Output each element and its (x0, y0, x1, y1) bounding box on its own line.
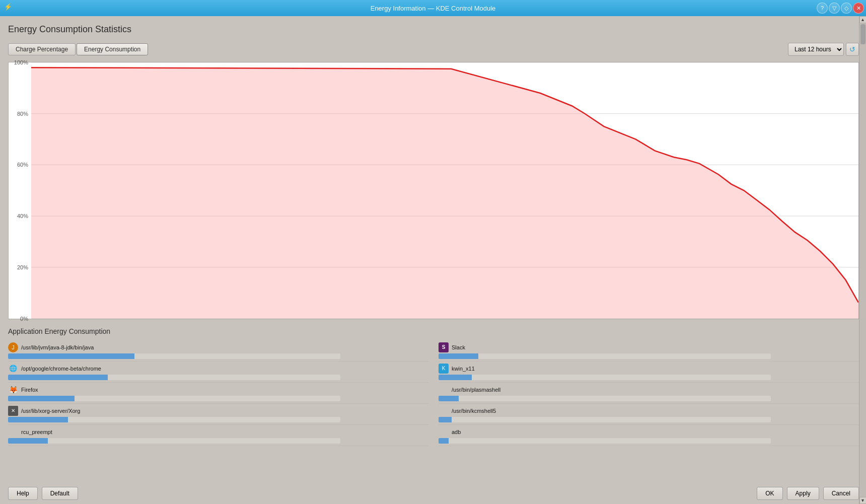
tab-energy-consumption[interactable]: Energy Consumption (77, 43, 148, 55)
chart-area (31, 62, 858, 319)
kwin-icon: K (439, 364, 449, 374)
y-label-0: 0% (20, 316, 28, 322)
minimize-button[interactable]: ▽ (829, 3, 840, 14)
bottom-left-buttons: Help Default (8, 487, 78, 500)
time-selector: Last 12 hours Last 24 hours Last week ↺ (788, 43, 859, 56)
cancel-button[interactable]: Cancel (823, 487, 859, 500)
plasma-icon (439, 385, 449, 395)
plasma-name: /usr/bin/plasmashell (452, 387, 500, 393)
firefox-name: Firefox (21, 387, 38, 393)
maximize-button[interactable]: ◇ (841, 3, 852, 14)
kwin-name: kwin_x11 (452, 366, 475, 372)
adb-bar-track (439, 438, 771, 444)
chart-svg (31, 62, 858, 319)
y-label-60: 60% (17, 162, 28, 168)
java-bar-track (8, 353, 340, 359)
help-bottom-button[interactable]: Help (8, 487, 38, 500)
bottom-right-buttons: OK Apply Cancel (757, 487, 859, 500)
y-axis: 100% 80% 60% 40% 20% 0% (9, 62, 31, 319)
app-item-kcmshell5: /usr/bin/kcmshell5 (439, 404, 859, 425)
chrome-bar-track (8, 375, 340, 380)
slack-icon: S (439, 342, 449, 352)
app-item-plasmashell: /usr/bin/plasmashell (439, 383, 859, 404)
close-button[interactable]: ✕ (853, 3, 864, 14)
chrome-icon: 🌐 (8, 364, 18, 374)
app-item-kwin: K kwin_x11 (439, 362, 859, 383)
y-label-40: 40% (17, 213, 28, 219)
scroll-thumb[interactable] (860, 24, 865, 44)
scroll-track (859, 23, 866, 497)
xorg-name: /usr/lib/xorg-server/Xorg (21, 408, 80, 414)
app-icon: ⚡ (4, 3, 14, 13)
java-name: /usr/lib/jvm/java-8-jdk/bin/java (21, 344, 94, 350)
rcu-name: rcu_preempt (21, 429, 52, 435)
adb-bar (439, 438, 449, 444)
app-item-rcu: rcu_preempt (8, 425, 428, 446)
titlebar: ⚡ Energy Information — KDE Control Modul… (0, 0, 866, 16)
window-controls: ? ▽ ◇ ✕ (817, 3, 864, 14)
app-item-firefox: 🦊 Firefox (8, 383, 428, 404)
rcu-icon (8, 427, 18, 437)
adb-name: adb (452, 429, 461, 435)
kwin-bar (439, 375, 472, 380)
app-item-xorg: ✕ /usr/lib/xorg-server/Xorg (8, 404, 428, 425)
y-label-20: 20% (17, 264, 28, 270)
refresh-button[interactable]: ↺ (846, 43, 859, 56)
apply-button[interactable]: Apply (787, 487, 819, 500)
java-bar (8, 353, 134, 359)
app-list: J /usr/lib/jvm/java-8-jdk/bin/java S Sla… (8, 340, 859, 446)
window-title: Energy Information — KDE Control Module (371, 5, 496, 12)
xorg-icon: ✕ (8, 406, 18, 416)
chrome-name: /opt/google/chrome-beta/chrome (21, 366, 101, 372)
app-item-adb: adb (439, 425, 859, 446)
kcm-name: /usr/bin/kcmshell5 (452, 408, 496, 414)
bottom-bar: Help Default OK Apply Cancel (8, 483, 859, 500)
ok-button[interactable]: OK (757, 487, 782, 500)
firefox-bar-track (8, 396, 340, 401)
chart-fill-area (31, 67, 858, 318)
xorg-bar-track (8, 417, 340, 422)
chrome-bar (8, 375, 108, 380)
tab-buttons: Charge Percentage Energy Consumption (8, 43, 148, 55)
y-label-100: 100% (14, 59, 28, 65)
page-title: Energy Consumption Statistics (8, 24, 859, 35)
y-label-80: 80% (17, 111, 28, 117)
time-range-select[interactable]: Last 12 hours Last 24 hours Last week (788, 43, 844, 56)
firefox-bar (8, 396, 75, 401)
rcu-bar (8, 438, 48, 444)
kcm-bar (439, 417, 452, 422)
app-item-chrome: 🌐 /opt/google/chrome-beta/chrome (8, 362, 428, 383)
slack-bar (439, 353, 478, 359)
app-item-java: J /usr/lib/jvm/java-8-jdk/bin/java (8, 340, 428, 362)
scroll-up-button[interactable]: ▲ (859, 16, 867, 23)
slack-bar-track (439, 353, 771, 359)
tab-bar: Charge Percentage Energy Consumption Las… (8, 43, 859, 56)
kwin-bar-track (439, 375, 771, 380)
adb-icon (439, 427, 449, 437)
default-button[interactable]: Default (42, 487, 78, 500)
plasma-bar (439, 396, 459, 401)
app-item-slack: S Slack (439, 340, 859, 362)
scroll-down-button[interactable]: ▼ (859, 497, 867, 504)
kcm-icon (439, 406, 449, 416)
rcu-bar-track (8, 438, 340, 444)
right-scrollbar: ▲ ▼ (859, 16, 866, 504)
kcm-bar-track (439, 417, 771, 422)
firefox-icon: 🦊 (8, 385, 18, 395)
tab-charge-percentage[interactable]: Charge Percentage (8, 43, 76, 55)
app-section-title: Application Energy Consumption (8, 327, 859, 335)
charge-chart: 100% 80% 60% 40% 20% 0% (8, 62, 859, 319)
java-icon: J (8, 342, 18, 352)
plasma-bar-track (439, 396, 771, 401)
help-button[interactable]: ? (817, 3, 828, 14)
xorg-bar (8, 417, 68, 422)
slack-name: Slack (452, 344, 465, 350)
